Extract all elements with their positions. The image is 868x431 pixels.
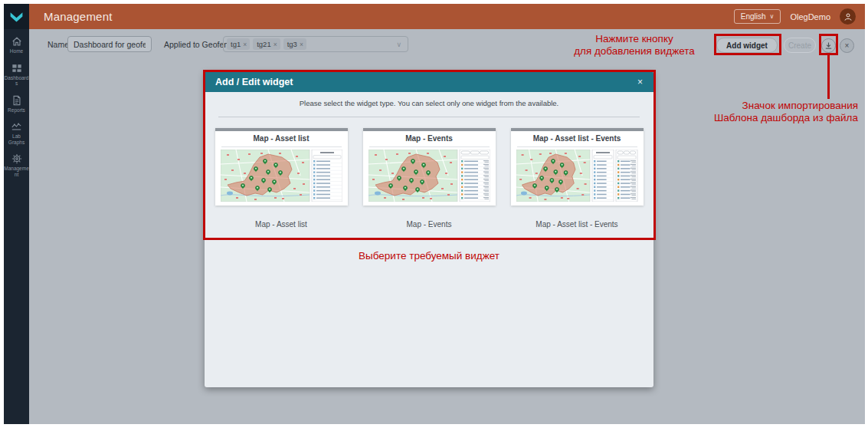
- widget-cards-row: Map - Asset list Map - Events Map - Asse…: [205, 128, 653, 206]
- dashboard-name-input[interactable]: [67, 36, 152, 52]
- divider: [221, 146, 342, 147]
- modal-title: Add / Edit widget: [215, 77, 293, 87]
- tag-label: tg21: [257, 40, 271, 48]
- widget-caption: Map - Asset list - Events: [511, 220, 644, 229]
- close-dashboard-button[interactable]: ×: [840, 38, 854, 53]
- select-widget-annotation: Выберите требуемый виджет: [205, 250, 653, 262]
- language-label: English: [741, 12, 766, 21]
- annotation-add-widget-note: Нажмите кнопку для добавления виджета: [558, 33, 711, 58]
- create-button[interactable]: Create: [784, 38, 816, 53]
- widget-captions-row: Map - Asset listMap - EventsMap - Asset …: [205, 220, 653, 229]
- widget-card-topbar: [363, 128, 496, 131]
- sidebar: HomeDashboardsReportsLab GraphsManagemen…: [4, 29, 29, 424]
- remove-tag-icon[interactable]: ×: [243, 41, 247, 48]
- widget-caption: Map - Events: [363, 220, 496, 229]
- sidebar-item-label: Home: [4, 48, 29, 54]
- top-header: Management English ∨ OlegDemo: [29, 4, 865, 29]
- dashboards-icon: [11, 63, 22, 74]
- divider: [369, 146, 490, 147]
- widget-card-topbar: [511, 128, 644, 131]
- sidebar-item-management[interactable]: Management: [4, 153, 29, 177]
- annotation-import-note: Значок импортирования Шаблона дашборда и…: [657, 100, 858, 124]
- close-icon: ×: [845, 41, 850, 50]
- app-logo[interactable]: [4, 4, 29, 29]
- widget-preview-image: [368, 150, 490, 202]
- add-widget-button[interactable]: Add widget: [716, 38, 778, 53]
- app-window: Management English ∨ OlegDemo HomeDashbo…: [4, 4, 865, 424]
- sidebar-item-reports[interactable]: Reports: [4, 95, 29, 114]
- management-icon: [11, 153, 22, 164]
- sidebar-item-label: Management: [4, 166, 29, 177]
- chevron-down-icon: ∨: [770, 13, 775, 20]
- graphs-icon: [11, 121, 22, 132]
- divider: [517, 146, 637, 147]
- tag-label: tg3: [287, 40, 297, 48]
- remove-tag-icon[interactable]: ×: [274, 41, 277, 48]
- download-icon: [824, 41, 833, 50]
- close-icon[interactable]: ×: [637, 77, 643, 87]
- avatar[interactable]: [840, 8, 856, 25]
- widget-preview-image: [516, 150, 638, 202]
- widget-caption: Map - Asset list: [215, 220, 348, 229]
- logo-chevron-icon: [8, 8, 25, 25]
- sidebar-item-home[interactable]: Home: [4, 36, 29, 54]
- reports-icon: [11, 95, 22, 106]
- widget-preview-image: [221, 150, 342, 202]
- divider: [218, 117, 640, 117]
- sidebar-item-label: Lab Graphs: [4, 133, 29, 145]
- widget-card-topbar: [215, 128, 348, 131]
- sidebar-item-dashboards[interactable]: Dashboards: [4, 63, 29, 87]
- geofence-tag: tg21×: [253, 38, 280, 50]
- home-icon: [11, 36, 22, 47]
- user-name: OlegDemo: [790, 12, 830, 21]
- widget-card-title: Map - Asset list: [215, 134, 348, 143]
- tag-label: tg1: [231, 40, 241, 48]
- widget-card-title: Map - Events: [363, 134, 496, 143]
- geofence-tag: tg1×: [227, 38, 250, 50]
- widget-card[interactable]: Map - Asset list - Events: [511, 128, 644, 206]
- chevron-down-icon: ∨: [396, 41, 401, 48]
- annotation-connector-line: [827, 55, 830, 99]
- widget-card[interactable]: Map - Asset list: [215, 128, 348, 206]
- geofence-tag: tg3×: [283, 38, 306, 50]
- import-template-button[interactable]: [821, 38, 836, 53]
- remove-tag-icon[interactable]: ×: [300, 41, 303, 48]
- content-area: Name:* Applied to Geofence: 3 tg1×tg21×t…: [29, 29, 865, 424]
- widget-card[interactable]: Map - Events: [363, 128, 496, 206]
- language-selector[interactable]: English ∨: [734, 9, 781, 24]
- modal-header: Add / Edit widget ×: [205, 71, 653, 92]
- modal-instruction: Please select the widget type. You can s…: [205, 99, 653, 107]
- add-edit-widget-modal: Add / Edit widget × Please select the wi…: [205, 71, 653, 387]
- page-title: Management: [44, 10, 113, 23]
- geofence-select[interactable]: tg1×tg21×tg3×∨: [223, 36, 408, 52]
- sidebar-item-label: Dashboards: [4, 75, 29, 87]
- person-icon: [843, 12, 853, 21]
- sidebar-item-label: Reports: [4, 107, 29, 114]
- sidebar-item-lab-graphs[interactable]: Lab Graphs: [4, 121, 29, 145]
- widget-card-title: Map - Asset list - Events: [511, 134, 644, 143]
